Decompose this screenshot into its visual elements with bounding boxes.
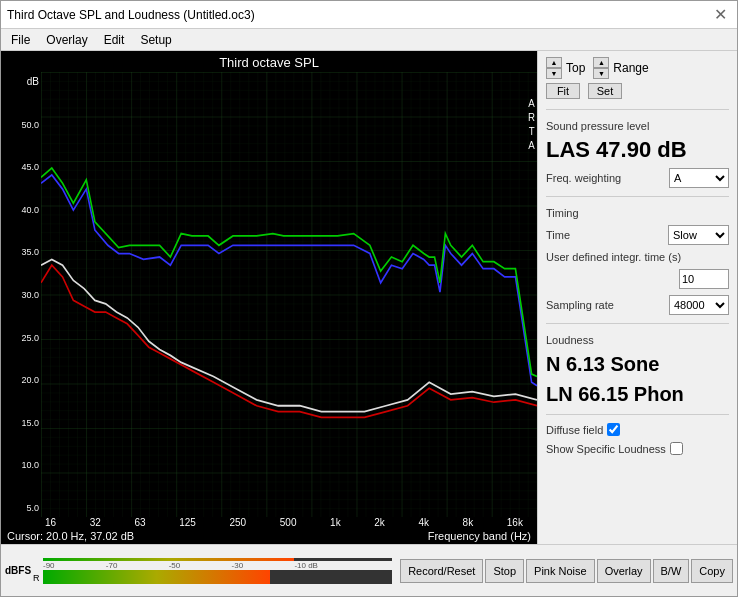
sampling-rate-label: Sampling rate [546,299,614,311]
fit-set-controls: Fit Set [546,83,729,99]
svg-text:A: A [528,140,535,151]
dbfs-section: dBFS L -90 -70 -50 -30 -10 dB [1,558,396,584]
bottom-bar: dBFS L -90 -70 -50 -30 -10 dB [1,544,737,596]
window-title: Third Octave SPL and Loudness (Untitled.… [7,8,255,22]
menu-file[interactable]: File [7,32,34,48]
chart-title: Third octave SPL [1,51,537,72]
user-integr-input[interactable] [679,269,729,289]
fit-button[interactable]: Fit [546,83,580,99]
menu-bar: File Overlay Edit Setup [1,29,737,51]
time-row: Time Fast Slow Impulse User [546,225,729,245]
record-reset-button[interactable]: Record/Reset [400,559,483,583]
top-down-btn[interactable]: ▼ [546,68,562,79]
menu-overlay[interactable]: Overlay [42,32,91,48]
svg-text:A: A [528,98,535,109]
chart-footer: Cursor: 20.0 Hz, 37.02 dB Frequency band… [1,528,537,544]
show-specific-loudness-row: Show Specific Loudness [546,442,729,455]
dbfs-label: dBFS [5,565,33,576]
meter-ticks-row: -90 -70 -50 -30 -10 dB [33,561,392,570]
svg-text:T: T [529,126,535,137]
r-meter [43,570,392,584]
top-control-group: ▲ ▼ Top [546,57,585,79]
menu-edit[interactable]: Edit [100,32,129,48]
r-meter-fill [43,570,270,584]
divider-3 [546,323,729,324]
l-label: L [33,558,43,559]
diffuse-field-label: Diffuse field [546,424,603,436]
main-window: Third Octave SPL and Loudness (Untitled.… [0,0,738,597]
loudness-n-value: N 6.13 Sone [546,352,729,376]
range-label: Range [613,61,648,75]
l-meter [43,558,392,562]
l-meter-row: dBFS L -90 -70 -50 -30 -10 dB [5,560,392,582]
user-integr-label: User defined integr. time (s) [546,251,729,263]
stop-button[interactable]: Stop [485,559,524,583]
freq-weighting-row: Freq. weighting A B C Z [546,168,729,188]
db-label: dB [5,76,39,87]
right-panel: ▲ ▼ Top ▲ ▼ Range Fit Set [537,51,737,544]
menu-setup[interactable]: Setup [136,32,175,48]
diffuse-field-row: Diffuse field [546,423,729,436]
pink-noise-button[interactable]: Pink Noise [526,559,595,583]
time-label: Time [546,229,570,241]
chart-area: Third octave SPL dB 50.0 45.0 40.0 35.0 … [1,51,537,544]
svg-text:R: R [528,112,535,123]
divider-2 [546,196,729,197]
svg-rect-8 [41,72,537,517]
top-range-controls: ▲ ▼ Top ▲ ▼ Range [546,57,729,79]
freq-weighting-select[interactable]: A B C Z [669,168,729,188]
bw-button[interactable]: B/W [653,559,690,583]
main-content: Third octave SPL dB 50.0 45.0 40.0 35.0 … [1,51,737,544]
timing-label: Timing [546,207,729,219]
set-button[interactable]: Set [588,83,622,99]
range-down-btn[interactable]: ▼ [593,68,609,79]
spl-section-label: Sound pressure level [546,120,729,132]
show-specific-loudness-label: Show Specific Loudness [546,443,666,455]
loudness-section-label: Loudness [546,334,729,346]
sampling-rate-select[interactable]: 44100 48000 96000 [669,295,729,315]
time-select[interactable]: Fast Slow Impulse User [668,225,729,245]
l-meter-fill [43,558,294,562]
top-spinner[interactable]: ▲ ▼ [546,57,562,79]
range-spinner[interactable]: ▲ ▼ [593,57,609,79]
sampling-rate-row: Sampling rate 44100 48000 96000 [546,295,729,315]
r-label: R [33,573,43,583]
divider-1 [546,109,729,110]
cursor-info: Cursor: 20.0 Hz, 37.02 dB [7,530,134,542]
x-axis-labels: 16 32 63 125 250 500 1k 2k 4k 8k 16k [1,517,537,528]
top-label: Top [566,61,585,75]
freq-band-label: Frequency band (Hz) [428,530,531,542]
range-up-btn[interactable]: ▲ [593,57,609,68]
copy-button[interactable]: Copy [691,559,733,583]
user-integr-row: User defined integr. time (s) [546,251,729,289]
overlay-button[interactable]: Overlay [597,559,651,583]
spl-value: LAS 47.90 dB [546,138,729,162]
show-specific-loudness-checkbox[interactable] [670,442,683,455]
chart-svg: A R T A [41,72,537,517]
divider-4 [546,414,729,415]
range-control-group: ▲ ▼ Range [593,57,648,79]
action-buttons: Record/Reset Stop Pink Noise Overlay B/W… [396,555,737,587]
loudness-ln-value: LN 66.15 Phon [546,382,729,406]
title-bar: Third Octave SPL and Loudness (Untitled.… [1,1,737,29]
close-button[interactable]: ✕ [710,7,731,23]
top-up-btn[interactable]: ▲ [546,57,562,68]
diffuse-field-checkbox[interactable] [607,423,620,436]
freq-weighting-label: Freq. weighting [546,172,621,184]
